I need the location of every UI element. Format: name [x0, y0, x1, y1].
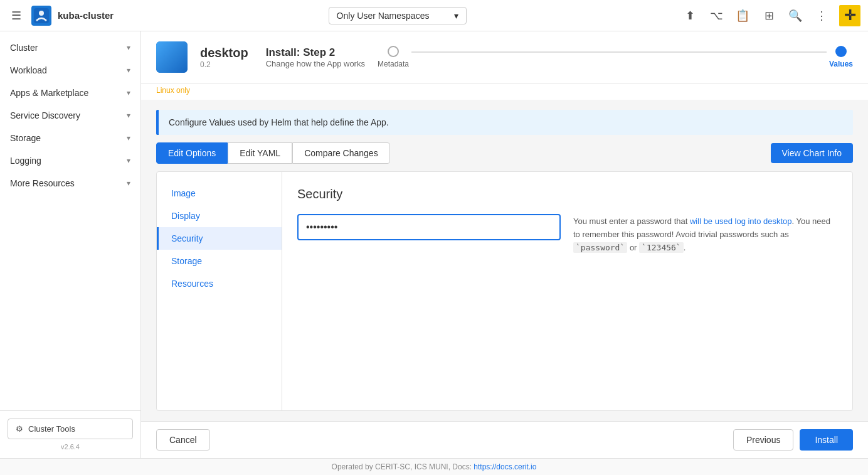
chevron-icon: ▾ — [127, 179, 130, 188]
page-footer: Cancel Previous Install — [141, 421, 868, 458]
progress-bar: Metadata Values — [378, 46, 853, 68]
bottom-bar: Operated by CERIT-SC, ICS MUNI, Docs: ht… — [0, 458, 868, 475]
footer-right: Previous Install — [733, 429, 853, 451]
info-banner: Configure Values used by Helm that help … — [156, 110, 853, 135]
hint-code1: `password` — [573, 242, 627, 253]
upload-icon[interactable]: ⬆ — [681, 7, 699, 24]
form-row: You must enter a password that will be u… — [297, 214, 837, 254]
app-logo — [31, 6, 51, 26]
section-nav-image[interactable]: Image — [157, 182, 282, 205]
sidebar-item-logging[interactable]: Logging ▾ — [0, 149, 140, 172]
sidebar-item-workload[interactable]: Workload ▾ — [0, 59, 140, 82]
app-name: desktop — [200, 46, 248, 60]
hint-highlight: will be used log into desktop — [690, 216, 792, 226]
chevron-icon: ▾ — [127, 43, 130, 52]
previous-button[interactable]: Previous — [733, 429, 793, 451]
app-info: desktop 0.2 — [200, 46, 248, 69]
sidebar-item-cluster[interactable]: Cluster ▾ — [0, 36, 140, 59]
step-line — [411, 51, 827, 53]
tab-compare-changes[interactable]: Compare Changes — [292, 142, 390, 164]
install-info: Install: Step 2 Change how the App works — [266, 46, 365, 68]
sidebar-nav: Cluster ▾ Workload ▾ Apps & Marketplace … — [0, 31, 140, 410]
tab-edit-yaml[interactable]: Edit YAML — [228, 142, 292, 164]
app-header: desktop 0.2 Install: Step 2 Change how t… — [141, 31, 868, 83]
step-circle-metadata — [388, 46, 399, 57]
step-label-values: Values — [829, 60, 853, 68]
chevron-icon: ▾ — [127, 88, 130, 97]
content-area: Configure Values used by Helm that help … — [141, 100, 868, 421]
password-hint: You must enter a password that will be u… — [573, 214, 837, 254]
cluster-tools-button[interactable]: ⚙ Cluster Tools — [8, 419, 133, 439]
section-layout: Image Display Security Storage Resources… — [156, 171, 853, 411]
menu-icon[interactable]: ☰ — [8, 7, 25, 24]
more-icon[interactable]: ⋮ — [813, 7, 830, 24]
bottom-bar-text: Operated by CERIT-SC, ICS MUNI, Docs: ht… — [332, 462, 537, 471]
hint-code2: `123456` — [639, 242, 684, 253]
app-icon — [156, 41, 188, 73]
chevron-icon: ▾ — [127, 66, 130, 75]
chevron-icon: ▾ — [127, 111, 130, 120]
sidebar-item-service-discovery[interactable]: Service Discovery ▾ — [0, 104, 140, 127]
grid-icon[interactable]: ⊞ — [760, 7, 778, 24]
sidebar-footer: ⚙ Cluster Tools v2.6.4 — [0, 410, 140, 458]
linux-only-label: Linux only — [141, 83, 868, 100]
section-nav-security[interactable]: Security — [157, 227, 282, 250]
sidebar-item-more-resources[interactable]: More Resources ▾ — [0, 172, 140, 195]
step-label-metadata: Metadata — [378, 60, 409, 68]
topbar-right: ⬆ ⌥ 📋 ⊞ 🔍 ⋮ ✛ — [681, 5, 860, 26]
terminal-icon[interactable]: ⌥ — [707, 7, 725, 24]
step-track: Metadata Values — [378, 46, 853, 68]
tab-edit-options[interactable]: Edit Options — [156, 142, 228, 164]
sidebar-item-storage[interactable]: Storage ▾ — [0, 127, 140, 149]
namespace-selector[interactable]: Only User Namespaces ▾ — [329, 7, 467, 24]
search-icon[interactable]: 🔍 — [786, 7, 804, 24]
section-nav: Image Display Security Storage Resources — [157, 172, 282, 410]
footer-left: Cancel — [156, 429, 210, 451]
chevron-down-icon: ▾ — [454, 11, 458, 21]
topbar-center: Only User Namespaces ▾ — [120, 7, 675, 24]
section-form: Security You must enter a password that … — [282, 172, 852, 410]
section-title: Security — [297, 187, 837, 201]
tabs-left: Edit Options Edit YAML Compare Changes — [156, 142, 390, 164]
gear-icon: ⚙ — [16, 424, 23, 434]
plus-icon[interactable]: ✛ — [839, 5, 860, 26]
app-version: 0.2 — [200, 60, 248, 69]
topbar: ☰ kuba-cluster Only User Namespaces ▾ ⬆ … — [0, 0, 868, 31]
svg-point-1 — [39, 11, 44, 16]
docs-link[interactable]: https://docs.cerit.io — [474, 462, 536, 471]
password-input[interactable] — [297, 214, 561, 240]
section-nav-resources[interactable]: Resources — [157, 272, 282, 295]
install-title: Install: Step 2 — [266, 46, 365, 59]
main-content: desktop 0.2 Install: Step 2 Change how t… — [141, 31, 868, 458]
view-chart-info-button[interactable]: View Chart Info — [771, 143, 853, 163]
step-values: Values — [829, 46, 853, 68]
install-button[interactable]: Install — [800, 429, 853, 451]
main-layout: Cluster ▾ Workload ▾ Apps & Marketplace … — [0, 31, 868, 458]
step-circle-values — [835, 46, 847, 57]
chevron-icon: ▾ — [127, 156, 130, 165]
cluster-name: kuba-cluster — [58, 10, 114, 21]
section-nav-storage[interactable]: Storage — [157, 250, 282, 272]
sidebar: Cluster ▾ Workload ▾ Apps & Marketplace … — [0, 31, 141, 458]
topbar-left: ☰ kuba-cluster — [8, 6, 114, 26]
install-subtitle: Change how the App works — [266, 59, 365, 68]
chevron-icon: ▾ — [127, 134, 130, 142]
password-field-wrap — [297, 214, 561, 240]
sidebar-item-apps-marketplace[interactable]: Apps & Marketplace ▾ — [0, 82, 140, 104]
section-nav-display[interactable]: Display — [157, 205, 282, 227]
sidebar-version: v2.6.4 — [8, 439, 133, 451]
step-metadata: Metadata — [378, 46, 409, 68]
file-icon[interactable]: 📋 — [734, 7, 751, 24]
tabs-row: Edit Options Edit YAML Compare Changes V… — [156, 142, 853, 164]
cancel-button[interactable]: Cancel — [156, 429, 210, 451]
